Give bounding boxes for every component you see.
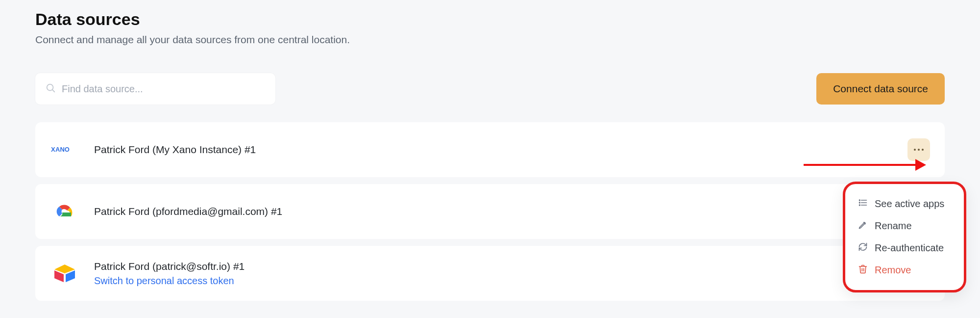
svg-text:X: X — [51, 146, 55, 153]
data-source-row: Patrick Ford (pfordmedia@gmail.com) #1 — [35, 184, 945, 239]
menu-label: See active apps — [875, 198, 944, 210]
xano-logo-icon: X ANO — [50, 145, 79, 155]
toolbar: Connect data source — [35, 73, 945, 105]
page-title: Data sources — [35, 10, 945, 29]
list-icon — [858, 198, 868, 210]
google-cloud-logo-icon — [50, 202, 79, 221]
page-subtitle: Connect and manage all your data sources… — [35, 34, 945, 46]
pencil-icon — [858, 220, 868, 232]
menu-label: Re-authenticate — [875, 242, 944, 254]
svg-line-1 — [52, 90, 54, 92]
trash-icon — [858, 264, 868, 276]
refresh-icon — [858, 242, 868, 254]
data-source-row: Patrick Ford (patrick@softr.io) #1 Switc… — [35, 246, 945, 301]
switch-token-link[interactable]: Switch to personal access token — [94, 275, 245, 287]
menu-remove[interactable]: Remove — [849, 259, 960, 281]
menu-reauthenticate[interactable]: Re-authenticate — [849, 237, 960, 259]
more-options-button[interactable] — [907, 138, 930, 161]
data-source-name: Patrick Ford (pfordmedia@gmail.com) #1 — [94, 206, 282, 217]
airtable-logo-icon — [50, 264, 79, 283]
data-source-row: X ANO Patrick Ford (My Xano Instance) #1 — [35, 122, 945, 177]
connect-data-source-button[interactable]: Connect data source — [816, 73, 945, 105]
svg-text:ANO: ANO — [55, 146, 70, 153]
menu-label: Rename — [875, 220, 912, 232]
search-box[interactable] — [35, 73, 275, 105]
menu-label: Remove — [875, 265, 911, 276]
dots-horizontal-icon — [914, 149, 924, 151]
row-actions-menu: See active apps Rename Re-authenticate — [843, 182, 966, 292]
menu-rename[interactable]: Rename — [849, 215, 960, 237]
search-input[interactable] — [62, 83, 266, 95]
data-source-name: Patrick Ford (My Xano Instance) #1 — [94, 144, 256, 156]
search-icon — [45, 82, 56, 95]
data-source-list: X ANO Patrick Ford (My Xano Instance) #1 — [35, 122, 945, 301]
svg-point-12 — [859, 205, 860, 206]
svg-point-11 — [859, 202, 860, 203]
data-source-name: Patrick Ford (patrick@softr.io) #1 — [94, 261, 245, 272]
svg-point-10 — [859, 200, 860, 201]
menu-see-active-apps[interactable]: See active apps — [849, 193, 960, 215]
